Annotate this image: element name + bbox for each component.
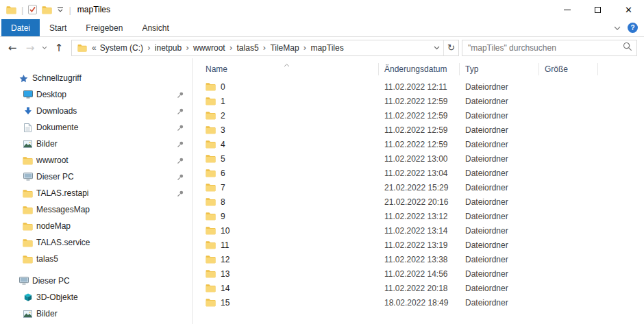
breadcrumb-segment[interactable]: System (C:)	[98, 43, 145, 53]
address-folder-icon	[77, 44, 87, 52]
forward-button[interactable]: →	[22, 40, 38, 56]
title-bar-left: | | mapTiles	[0, 5, 552, 15]
file-name: 8	[221, 197, 225, 207]
file-name: 7	[221, 183, 225, 192]
search-icon[interactable]	[623, 42, 632, 53]
sidebar-item-dieser-pc-pinned[interactable]: Dieser PC	[0, 169, 192, 185]
expand-ribbon-icon[interactable]	[614, 23, 621, 33]
file-name: 13	[221, 269, 230, 279]
address-bar[interactable]: « System (C:) › inetpub › wwwroot › tala…	[71, 40, 459, 56]
folder-icon	[23, 189, 33, 198]
sidebar-item-label: MessagesMap	[36, 205, 90, 214]
help-icon[interactable]: ?	[628, 23, 638, 33]
folder-icon	[206, 140, 216, 149]
file-row-2[interactable]: 2 11.02.2022 12:59 Dateiordner	[193, 108, 644, 123]
search-input[interactable]	[468, 43, 623, 53]
ribbon-right-controls: ?	[614, 19, 644, 36]
file-modified: 11.02.2022 12:59	[379, 97, 460, 106]
file-row-1[interactable]: 1 11.02.2022 12:59 Dateiordner	[193, 94, 644, 108]
recent-locations-icon[interactable]	[40, 40, 49, 56]
sidebar-item-label: Schnellzugriff	[32, 73, 82, 83]
file-name: 10	[221, 226, 230, 236]
app-folder-icon	[6, 5, 16, 14]
file-row-3[interactable]: 3 11.02.2022 12:59 Dateiordner	[193, 123, 644, 137]
sidebar-item-label: Downloads	[36, 106, 77, 116]
file-row-5[interactable]: 5 11.02.2022 13:00 Dateiordner	[193, 151, 644, 166]
breadcrumb-segment[interactable]: TileMap	[268, 43, 301, 53]
file-row-9[interactable]: 9 11.02.2022 13:12 Dateiordner	[193, 209, 644, 223]
file-name: 2	[221, 111, 225, 121]
breadcrumb-separator-icon[interactable]: ›	[229, 43, 234, 53]
sidebar-item-label: talas5	[36, 254, 58, 264]
navigation-toolbar: ← → ↑ « System (C:) › inetpub › wwwroot …	[0, 37, 644, 58]
file-row-6[interactable]: 6 11.02.2022 13:04 Dateiordner	[193, 166, 644, 180]
address-dropdown-icon[interactable]	[430, 46, 443, 50]
sidebar-item-talas-service[interactable]: TALAS.service	[0, 234, 192, 251]
tab-datei[interactable]: Datei	[1, 19, 40, 36]
file-modified: 11.02.2022 12:11	[379, 82, 460, 92]
up-button[interactable]: ↑	[51, 40, 67, 56]
file-row-15[interactable]: 15 18.02.2022 18:49 Dateiordner	[193, 295, 644, 310]
file-row-8[interactable]: 8 21.02.2022 20:16 Dateiordner	[193, 195, 644, 209]
file-type: Dateiordner	[460, 97, 539, 106]
sidebar-item-talas5[interactable]: talas5	[0, 251, 192, 267]
breadcrumb-segment[interactable]: inetpub	[153, 43, 184, 53]
properties-icon[interactable]	[28, 5, 37, 14]
pin-icon	[177, 173, 184, 181]
sidebar-item-bilder-pc[interactable]: Bilder	[0, 306, 192, 322]
folder-icon	[23, 156, 33, 165]
folder-icon	[206, 97, 216, 105]
new-folder-icon[interactable]	[42, 5, 52, 14]
sidebar-item-talas-restapi[interactable]: TALAS.restapi	[0, 185, 192, 201]
file-rows: 0 11.02.2022 12:11 Dateiordner 1 11.02.2…	[193, 79, 644, 324]
breadcrumb-separator-icon[interactable]: ›	[185, 43, 190, 53]
sidebar-item-schnellzugriff[interactable]: Schnellzugriff	[0, 70, 192, 86]
minimize-button[interactable]	[552, 0, 582, 19]
folder-icon	[206, 183, 216, 192]
back-button[interactable]: ←	[4, 40, 21, 56]
column-header-type[interactable]: Typ	[460, 63, 539, 75]
file-row-10[interactable]: 10 11.02.2022 13:14 Dateiordner	[193, 223, 644, 238]
file-modified: 11.02.2022 13:14	[379, 226, 460, 236]
breadcrumb-separator-icon[interactable]: ›	[147, 43, 151, 53]
sidebar-item-dokumente[interactable]: Dokumente	[0, 119, 192, 136]
file-row-11[interactable]: 11 11.02.2022 13:19 Dateiordner	[193, 238, 644, 252]
file-row-7[interactable]: 7 21.02.2022 15:29 Dateiordner	[193, 180, 644, 195]
tab-ansicht[interactable]: Ansicht	[132, 19, 178, 36]
tab-freigeben[interactable]: Freigeben	[76, 19, 132, 36]
sidebar-item-downloads[interactable]: Downloads	[0, 103, 192, 119]
computer-icon	[18, 277, 29, 285]
sidebar-item-desktop[interactable]: Desktop	[0, 86, 192, 103]
sidebar-item-dieser-pc[interactable]: Dieser PC	[0, 273, 192, 289]
breadcrumb-separator-icon[interactable]: ›	[262, 43, 267, 53]
sidebar-item-wwwroot[interactable]: wwwroot	[0, 152, 192, 169]
sidebar-item-3d-objekte[interactable]: 3D-Objekte	[0, 289, 192, 306]
computer-icon	[23, 173, 33, 181]
file-type: Dateiordner	[460, 212, 539, 221]
maximize-button[interactable]	[582, 0, 613, 19]
folder-icon	[206, 82, 216, 91]
breadcrumb-segment[interactable]: mapTiles	[308, 43, 345, 53]
titlebar-separator: |	[69, 5, 71, 15]
customize-quick-access-icon[interactable]	[57, 7, 64, 13]
file-row-0[interactable]: 0 11.02.2022 12:11 Dateiordner	[193, 79, 644, 94]
sidebar-item-messagesmap[interactable]: MessagesMap	[0, 201, 192, 218]
file-row-13[interactable]: 13 11.02.2022 14:56 Dateiordner	[193, 266, 644, 281]
breadcrumb-overflow[interactable]: «	[90, 43, 97, 53]
column-header-size[interactable]: Größe	[539, 63, 598, 75]
file-list-pane: Name Änderungsdatum Typ Größe 0 11.02.20…	[193, 58, 644, 324]
file-modified: 11.02.2022 12:59	[379, 140, 460, 149]
refresh-button[interactable]: ↻	[443, 40, 458, 55]
column-header-modified[interactable]: Änderungsdatum	[379, 63, 460, 75]
sidebar-item-nodemap[interactable]: nodeMap	[0, 218, 192, 234]
close-button[interactable]: ✕	[613, 0, 644, 19]
breadcrumb-segment[interactable]: talas5	[235, 43, 261, 53]
sidebar-item-bilder[interactable]: Bilder	[0, 136, 192, 152]
file-type: Dateiordner	[460, 284, 539, 293]
file-row-4[interactable]: 4 11.02.2022 12:59 Dateiordner	[193, 137, 644, 151]
breadcrumb-segment[interactable]: wwwroot	[191, 43, 227, 53]
breadcrumb-separator-icon[interactable]: ›	[303, 43, 308, 53]
tab-start[interactable]: Start	[40, 19, 76, 36]
file-row-14[interactable]: 14 11.02.2022 20:18 Dateiordner	[193, 281, 644, 295]
file-row-12[interactable]: 12 11.02.2022 13:38 Dateiordner	[193, 252, 644, 266]
